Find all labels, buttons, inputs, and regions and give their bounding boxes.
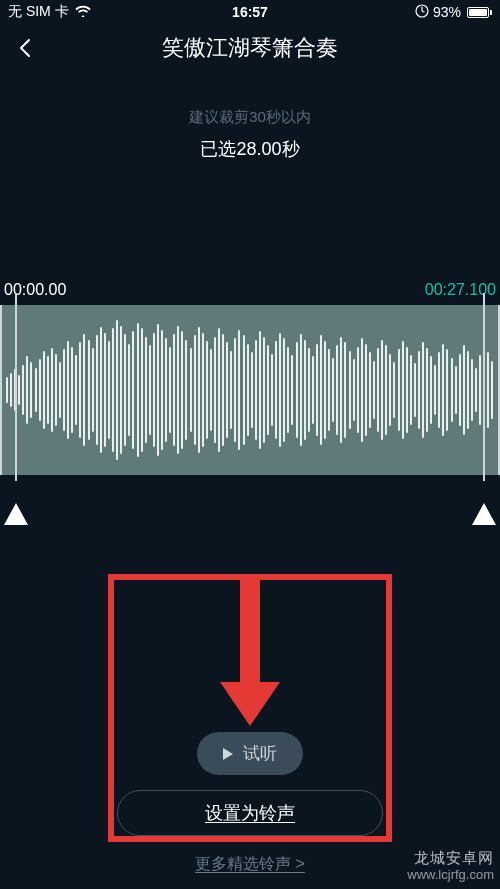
selection-duration: 已选28.00秒: [0, 137, 500, 161]
back-icon[interactable]: [14, 36, 38, 60]
more-ringtones-link[interactable]: 更多精选铃声 >: [195, 854, 305, 875]
preview-label: 试听: [243, 742, 277, 765]
waveform[interactable]: [0, 305, 500, 475]
time-start-label: 00:00.00: [4, 281, 66, 299]
watermark: 龙城安卓网 www.lcjrfg.com: [407, 849, 494, 883]
waveform-editor[interactable]: 00:00.00 00:27.100: [0, 281, 500, 475]
clock: 16:57: [232, 4, 268, 20]
watermark-title: 龙城安卓网: [407, 849, 494, 867]
battery-pct: 93%: [433, 4, 461, 20]
wifi-icon: [75, 4, 91, 20]
time-end-label: 00:27.100: [425, 281, 496, 299]
play-icon: [223, 748, 233, 760]
set-ringtone-label: 设置为铃声: [205, 801, 295, 825]
page-title: 笑傲江湖琴箫合奏: [162, 33, 338, 63]
set-ringtone-button[interactable]: 设置为铃声: [117, 790, 383, 836]
status-bar: 无 SIM 卡 16:57 93%: [0, 0, 500, 24]
crop-hint: 建议裁剪30秒以内: [0, 108, 500, 127]
orientation-lock-icon: [415, 4, 429, 21]
header: 笑傲江湖琴箫合奏: [0, 24, 500, 68]
annotation-arrow: [220, 574, 280, 726]
battery-icon: [465, 7, 492, 18]
preview-button[interactable]: 试听: [197, 732, 303, 775]
carrier-text: 无 SIM 卡: [8, 3, 69, 21]
watermark-url: www.lcjrfg.com: [407, 867, 494, 883]
